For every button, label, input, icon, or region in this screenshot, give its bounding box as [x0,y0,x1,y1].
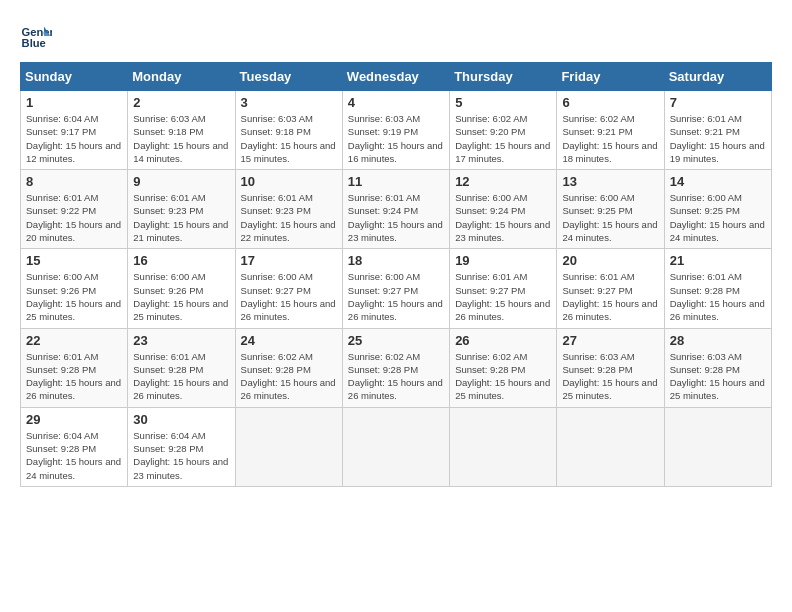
day-cell: 9 Sunrise: 6:01 AM Sunset: 9:23 PM Dayli… [128,170,235,249]
sunrise-line: Sunrise: 6:01 AM [133,191,229,204]
day-number: 13 [562,174,658,189]
sunrise-line: Sunrise: 6:00 AM [241,270,337,283]
sunset-line: Sunset: 9:18 PM [241,125,337,138]
day-info: Sunrise: 6:02 AM Sunset: 9:28 PM Dayligh… [348,350,444,403]
sunrise-line: Sunrise: 6:03 AM [348,112,444,125]
daylight-line: Daylight: 15 hours and 26 minutes. [348,376,444,403]
empty-cell [664,407,771,486]
day-number: 1 [26,95,122,110]
sunset-line: Sunset: 9:21 PM [670,125,766,138]
day-cell: 30 Sunrise: 6:04 AM Sunset: 9:28 PM Dayl… [128,407,235,486]
logo: General Blue [20,20,56,52]
sunrise-line: Sunrise: 6:02 AM [455,112,551,125]
sunrise-line: Sunrise: 6:02 AM [455,350,551,363]
day-cell: 3 Sunrise: 6:03 AM Sunset: 9:18 PM Dayli… [235,91,342,170]
day-cell: 24 Sunrise: 6:02 AM Sunset: 9:28 PM Dayl… [235,328,342,407]
sunrise-line: Sunrise: 6:00 AM [670,191,766,204]
header-monday: Monday [128,63,235,91]
daylight-line: Daylight: 15 hours and 20 minutes. [26,218,122,245]
day-cell: 17 Sunrise: 6:00 AM Sunset: 9:27 PM Dayl… [235,249,342,328]
sunrise-line: Sunrise: 6:01 AM [241,191,337,204]
day-info: Sunrise: 6:02 AM Sunset: 9:28 PM Dayligh… [241,350,337,403]
day-number: 9 [133,174,229,189]
calendar: Sunday Monday Tuesday Wednesday Thursday… [20,62,772,487]
day-cell: 16 Sunrise: 6:00 AM Sunset: 9:26 PM Dayl… [128,249,235,328]
daylight-line: Daylight: 15 hours and 15 minutes. [241,139,337,166]
day-number: 16 [133,253,229,268]
day-cell: 14 Sunrise: 6:00 AM Sunset: 9:25 PM Dayl… [664,170,771,249]
daylight-line: Daylight: 15 hours and 26 minutes. [348,297,444,324]
daylight-line: Daylight: 15 hours and 12 minutes. [26,139,122,166]
daylight-line: Daylight: 15 hours and 16 minutes. [348,139,444,166]
sunset-line: Sunset: 9:18 PM [133,125,229,138]
sunrise-line: Sunrise: 6:00 AM [26,270,122,283]
calendar-week-row: 1 Sunrise: 6:04 AM Sunset: 9:17 PM Dayli… [21,91,772,170]
day-info: Sunrise: 6:01 AM Sunset: 9:22 PM Dayligh… [26,191,122,244]
sunset-line: Sunset: 9:27 PM [348,284,444,297]
day-cell: 27 Sunrise: 6:03 AM Sunset: 9:28 PM Dayl… [557,328,664,407]
day-cell: 26 Sunrise: 6:02 AM Sunset: 9:28 PM Dayl… [450,328,557,407]
sunrise-line: Sunrise: 6:03 AM [562,350,658,363]
sunset-line: Sunset: 9:28 PM [670,363,766,376]
day-number: 25 [348,333,444,348]
daylight-line: Daylight: 15 hours and 26 minutes. [455,297,551,324]
sunset-line: Sunset: 9:19 PM [348,125,444,138]
day-cell: 15 Sunrise: 6:00 AM Sunset: 9:26 PM Dayl… [21,249,128,328]
day-number: 22 [26,333,122,348]
daylight-line: Daylight: 15 hours and 26 minutes. [241,376,337,403]
day-cell: 28 Sunrise: 6:03 AM Sunset: 9:28 PM Dayl… [664,328,771,407]
header-tuesday: Tuesday [235,63,342,91]
header-thursday: Thursday [450,63,557,91]
daylight-line: Daylight: 15 hours and 25 minutes. [562,376,658,403]
day-info: Sunrise: 6:03 AM Sunset: 9:28 PM Dayligh… [670,350,766,403]
daylight-line: Daylight: 15 hours and 25 minutes. [455,376,551,403]
sunset-line: Sunset: 9:27 PM [241,284,337,297]
day-number: 28 [670,333,766,348]
sunrise-line: Sunrise: 6:01 AM [670,112,766,125]
sunset-line: Sunset: 9:28 PM [241,363,337,376]
day-number: 11 [348,174,444,189]
sunset-line: Sunset: 9:20 PM [455,125,551,138]
sunrise-line: Sunrise: 6:02 AM [348,350,444,363]
day-cell: 12 Sunrise: 6:00 AM Sunset: 9:24 PM Dayl… [450,170,557,249]
daylight-line: Daylight: 15 hours and 24 minutes. [562,218,658,245]
sunset-line: Sunset: 9:28 PM [348,363,444,376]
day-number: 10 [241,174,337,189]
day-info: Sunrise: 6:01 AM Sunset: 9:27 PM Dayligh… [455,270,551,323]
svg-text:Blue: Blue [22,37,46,49]
day-cell: 11 Sunrise: 6:01 AM Sunset: 9:24 PM Dayl… [342,170,449,249]
empty-cell [450,407,557,486]
empty-cell [235,407,342,486]
day-cell: 20 Sunrise: 6:01 AM Sunset: 9:27 PM Dayl… [557,249,664,328]
day-cell: 18 Sunrise: 6:00 AM Sunset: 9:27 PM Dayl… [342,249,449,328]
sunrise-line: Sunrise: 6:00 AM [455,191,551,204]
day-cell: 7 Sunrise: 6:01 AM Sunset: 9:21 PM Dayli… [664,91,771,170]
sunset-line: Sunset: 9:25 PM [562,204,658,217]
day-cell: 2 Sunrise: 6:03 AM Sunset: 9:18 PM Dayli… [128,91,235,170]
day-info: Sunrise: 6:01 AM Sunset: 9:23 PM Dayligh… [241,191,337,244]
calendar-week-row: 29 Sunrise: 6:04 AM Sunset: 9:28 PM Dayl… [21,407,772,486]
sunset-line: Sunset: 9:28 PM [670,284,766,297]
daylight-line: Daylight: 15 hours and 21 minutes. [133,218,229,245]
sunrise-line: Sunrise: 6:01 AM [133,350,229,363]
sunset-line: Sunset: 9:17 PM [26,125,122,138]
day-number: 17 [241,253,337,268]
day-number: 20 [562,253,658,268]
day-info: Sunrise: 6:03 AM Sunset: 9:19 PM Dayligh… [348,112,444,165]
sunset-line: Sunset: 9:26 PM [133,284,229,297]
sunset-line: Sunset: 9:28 PM [133,442,229,455]
sunrise-line: Sunrise: 6:01 AM [455,270,551,283]
day-info: Sunrise: 6:00 AM Sunset: 9:25 PM Dayligh… [562,191,658,244]
sunset-line: Sunset: 9:24 PM [348,204,444,217]
day-info: Sunrise: 6:01 AM Sunset: 9:23 PM Dayligh… [133,191,229,244]
day-cell: 23 Sunrise: 6:01 AM Sunset: 9:28 PM Dayl… [128,328,235,407]
daylight-line: Daylight: 15 hours and 18 minutes. [562,139,658,166]
day-number: 12 [455,174,551,189]
daylight-line: Daylight: 15 hours and 25 minutes. [26,297,122,324]
sunset-line: Sunset: 9:21 PM [562,125,658,138]
day-cell: 13 Sunrise: 6:00 AM Sunset: 9:25 PM Dayl… [557,170,664,249]
day-cell: 5 Sunrise: 6:02 AM Sunset: 9:20 PM Dayli… [450,91,557,170]
daylight-line: Daylight: 15 hours and 14 minutes. [133,139,229,166]
day-number: 29 [26,412,122,427]
sunset-line: Sunset: 9:27 PM [562,284,658,297]
